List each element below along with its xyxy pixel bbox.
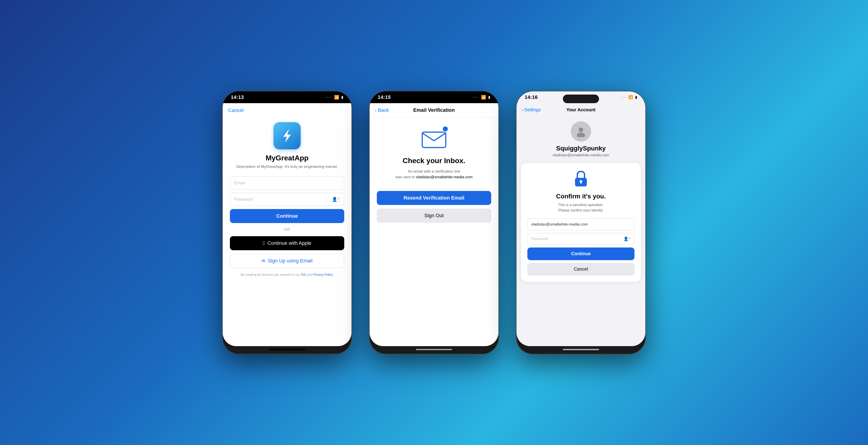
sign-out-button[interactable]: Sign Out bbox=[377, 209, 491, 222]
continue-button[interactable]: Continue bbox=[230, 209, 344, 223]
sign-up-email-button[interactable]: ✉ Sign Up using Email bbox=[230, 254, 344, 268]
app-name-label: MyGreatApp bbox=[266, 154, 309, 162]
person-avatar-icon bbox=[575, 126, 587, 137]
nav-bar-login: Cancel bbox=[223, 103, 351, 118]
verify-email-address: vladislav@smallwhite-media.com bbox=[416, 175, 473, 179]
cancel-button[interactable]: Cancel bbox=[228, 108, 243, 113]
status-icons-phone3: ···· 📶 ▮ bbox=[621, 95, 637, 99]
dynamic-island-phone3 bbox=[563, 95, 599, 103]
home-indicator-phone1 bbox=[269, 349, 305, 350]
password-input-field[interactable]: Password 👤? bbox=[230, 193, 344, 206]
wifi-icon-3: 📶 bbox=[628, 95, 633, 99]
tos-link[interactable]: ToS bbox=[301, 273, 306, 276]
back-button[interactable]: ‹ Back bbox=[375, 107, 389, 113]
resend-verification-button[interactable]: Resend Verification Email bbox=[377, 191, 491, 205]
person-icon: 👤? bbox=[332, 197, 340, 202]
wifi-icon-2: 📶 bbox=[481, 95, 486, 100]
status-icons-phone2: ···· 📶 ▮ bbox=[472, 95, 490, 100]
nav-bar-verification: ‹ Back Email Verification bbox=[370, 103, 498, 118]
notification-dot bbox=[442, 126, 448, 132]
confirm-description: This is a sensitive operation.Please con… bbox=[558, 202, 604, 213]
lightning-bolt-icon bbox=[279, 127, 295, 144]
confirm-continue-button[interactable]: Continue bbox=[527, 247, 634, 260]
account-email-label: vladislav@smallwhite-media.com bbox=[553, 153, 610, 157]
username-label: SquigglySpunky bbox=[556, 145, 606, 152]
login-screen: Cancel MyGreatApp Description of MyGreat… bbox=[223, 103, 351, 346]
apple-logo-icon:  bbox=[263, 240, 265, 246]
battery-icon: ▮ bbox=[341, 95, 343, 99]
app-description: Description of MyGreatApp. It's truly an… bbox=[236, 164, 338, 170]
email-placeholder: Email bbox=[234, 181, 245, 185]
confirm-password-input[interactable]: Password 👤? bbox=[527, 233, 634, 245]
svg-point-3 bbox=[577, 132, 585, 137]
email-envelope-container bbox=[421, 127, 447, 149]
status-icons-phone1: ···· 📶 ▮ bbox=[326, 95, 343, 100]
continue-with-apple-button[interactable]:  Continue with Apple bbox=[230, 236, 344, 250]
home-indicator-phone3 bbox=[563, 349, 599, 350]
account-screen: ‹ Settings Your Account SquigglySpunky v… bbox=[517, 103, 645, 346]
status-time-phone2: 14:15 bbox=[378, 94, 391, 100]
wifi-icon: 📶 bbox=[334, 95, 339, 100]
app-icon bbox=[274, 122, 301, 149]
dynamic-island-phone1 bbox=[269, 95, 305, 103]
nav-title-verification: Email Verification bbox=[413, 107, 455, 113]
password-placeholder: Password bbox=[234, 197, 253, 202]
or-divider: OR bbox=[284, 228, 290, 232]
confirm-email-input[interactable]: vladislav@smallwhite-media.com bbox=[527, 218, 634, 230]
svg-marker-0 bbox=[283, 129, 291, 142]
phone-verification: 14:15 ···· 📶 ▮ ‹ Back Email Verification bbox=[370, 91, 498, 354]
dots-icon-3: ···· bbox=[621, 96, 626, 99]
email-input-field[interactable]: Email bbox=[230, 176, 344, 189]
privacy-policy-link[interactable]: Privacy Policy bbox=[313, 273, 333, 276]
status-time-phone3: 14:16 bbox=[525, 94, 538, 100]
phone-login: 14:13 ···· 📶 ▮ Cancel MyGreatApp Descrip… bbox=[223, 91, 351, 354]
svg-point-2 bbox=[579, 127, 583, 132]
verify-title: Check your Inbox. bbox=[403, 156, 465, 165]
svg-rect-6 bbox=[580, 181, 582, 184]
confirm-title: Confirm it's you. bbox=[556, 193, 606, 200]
chevron-left-icon-3: ‹ bbox=[522, 107, 524, 113]
verify-description: An email with a verification linkwas sen… bbox=[395, 169, 472, 180]
dots-icon: ···· bbox=[326, 95, 332, 99]
battery-icon-3: ▮ bbox=[635, 95, 637, 99]
verification-screen: ‹ Back Email Verification Check your Inb… bbox=[370, 103, 498, 346]
status-time-phone1: 14:13 bbox=[231, 94, 244, 100]
person-lock-icon: 👤? bbox=[623, 236, 631, 241]
home-indicator-phone2 bbox=[416, 349, 452, 350]
dots-icon-2: ···· bbox=[472, 95, 479, 99]
chevron-left-icon: ‹ bbox=[375, 108, 377, 113]
settings-back-button[interactable]: ‹ Settings bbox=[522, 107, 541, 113]
terms-text: By creating an Account you consent to ou… bbox=[241, 272, 333, 277]
nav-bar-account: ‹ Settings Your Account bbox=[517, 103, 645, 117]
dynamic-island-phone2 bbox=[416, 95, 452, 103]
envelope-icon: ✉ bbox=[261, 258, 266, 264]
confirm-cancel-button[interactable]: Cancel bbox=[527, 263, 634, 275]
svg-rect-1 bbox=[422, 132, 446, 148]
phone-account: 14:16 ···· 📶 ▮ ‹ Settings Your Account S… bbox=[517, 91, 645, 354]
lock-icon bbox=[574, 170, 588, 187]
lock-icon-container bbox=[574, 170, 588, 188]
battery-icon-2: ▮ bbox=[488, 95, 490, 99]
account-header: SquigglySpunky vladislav@smallwhite-medi… bbox=[517, 117, 645, 163]
verification-content: Check your Inbox. An email with a verifi… bbox=[370, 118, 498, 346]
confirm-identity-card: Confirm it's you. This is a sensitive op… bbox=[521, 163, 641, 282]
avatar bbox=[571, 121, 591, 142]
login-content: MyGreatApp Description of MyGreatApp. It… bbox=[223, 118, 351, 346]
